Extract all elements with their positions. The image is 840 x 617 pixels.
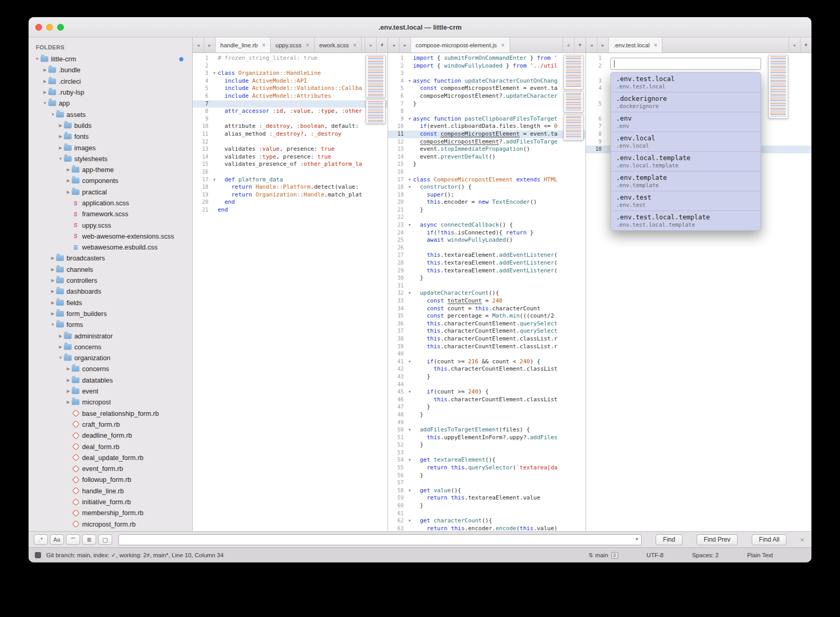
tree-item-app[interactable]: ▼app	[29, 98, 192, 109]
file-chooser-item[interactable]: .env.local.env.local	[611, 132, 761, 152]
minimap[interactable]	[768, 55, 788, 119]
tree-item-deadline_form.rb[interactable]: deadline_form.rb	[29, 430, 192, 441]
tree-item-assets[interactable]: ▼assets	[29, 109, 192, 120]
encoding-indicator[interactable]: UTF-8	[647, 552, 664, 558]
tree-item-app-theme[interactable]: ▶app-theme	[29, 164, 192, 175]
editor[interactable]: 12345678910 .env.test.local.env.test.loc…	[586, 53, 811, 531]
tree-item-channels[interactable]: ▶channels	[29, 264, 192, 275]
tree-item-event[interactable]: ▶event	[29, 386, 192, 397]
tree-item-concerns[interactable]: ▶concerns	[29, 342, 192, 352]
tree-item-application.scss[interactable]: application.scss	[29, 198, 192, 208]
in-selection-toggle[interactable]: ≣	[82, 534, 96, 545]
tree-item-images[interactable]: ▶images	[29, 142, 192, 153]
expand-icon[interactable]: ▶	[49, 256, 56, 260]
tree-item-uppy.scss[interactable]: uppy.scss	[29, 219, 192, 230]
minimap[interactable]	[564, 114, 583, 140]
minimap[interactable]	[366, 55, 385, 98]
close-tab-icon[interactable]: ×	[306, 42, 310, 49]
tree-item-membership_form.rb[interactable]: membership_form.rb	[29, 507, 192, 518]
tree-item-micropost_form.rb[interactable]: micropost_form.rb	[29, 518, 192, 529]
tree-item-practical[interactable]: ▶practical	[29, 187, 192, 198]
tree-item-deal_form.rb[interactable]: deal_form.rb	[29, 441, 192, 452]
tree-item-event_form.rb[interactable]: event_form.rb	[29, 463, 192, 474]
tree-item-webawesome.esbuild.css[interactable]: webawesome.esbuild.css	[29, 242, 192, 253]
expand-icon[interactable]: ▶	[49, 267, 56, 272]
git-branch-indicator[interactable]: ⇅ main 2	[588, 552, 618, 559]
tree-item-controllers[interactable]: ▶controllers	[29, 275, 192, 286]
titlebar[interactable]: .env.test.local — little-crm	[29, 17, 811, 37]
status-square-icon[interactable]	[35, 552, 41, 558]
tab-handle_line.rb[interactable]: handle_line.rb×	[216, 37, 271, 52]
expand-icon[interactable]: ▶	[49, 278, 56, 283]
expand-icon[interactable]: ▶	[57, 146, 64, 150]
new-tab-button[interactable]: +	[563, 37, 574, 52]
expand-icon[interactable]: ▶	[49, 289, 56, 294]
minimap[interactable]	[564, 91, 583, 112]
tree-item-.circleci[interactable]: ▶.circleci	[29, 76, 192, 87]
fold-icon[interactable]: ▼	[406, 176, 413, 184]
tree-item-handle_line.rb[interactable]: handle_line.rb	[29, 485, 192, 496]
fold-icon[interactable]: ▼	[211, 176, 218, 184]
tab-menu-button[interactable]: ▾	[376, 37, 388, 52]
tree-item-.bundle[interactable]: ▶.bundle	[29, 64, 192, 75]
fold-icon[interactable]: ▼	[406, 388, 413, 396]
close-tab-icon[interactable]: ×	[353, 42, 356, 49]
chevron-down-icon[interactable]: ▾	[636, 536, 638, 542]
close-tab-icon[interactable]: ×	[654, 42, 657, 49]
minimap[interactable]	[564, 55, 583, 89]
expand-icon[interactable]: ▶	[49, 311, 56, 316]
file-chooser-item[interactable]: .env.test.local.template.env.test.local.…	[611, 211, 761, 230]
tab-uppy.scss[interactable]: uppy.scss×	[271, 37, 314, 52]
fold-icon[interactable]: ▼	[406, 183, 413, 191]
tab-forward-button[interactable]: ▸	[204, 37, 216, 52]
tab-forward-button[interactable]: ▸	[399, 37, 411, 52]
file-chooser-item[interactable]: .env.template.env.template	[611, 172, 761, 191]
tab-.env.test.local[interactable]: .env.test.local×	[609, 37, 662, 52]
ignore-case-toggle[interactable]: Aa	[50, 534, 64, 545]
regex-toggle[interactable]: .*	[34, 534, 48, 545]
tree-item-.ruby-lsp[interactable]: ▶.ruby-lsp	[29, 87, 192, 98]
fold-icon[interactable]: ▼	[406, 115, 413, 123]
file-chooser-input[interactable]	[610, 58, 761, 70]
tree-item-concerns[interactable]: ▶concerns	[29, 363, 192, 374]
fold-icon[interactable]: ▼	[406, 456, 413, 464]
new-tab-button[interactable]: +	[365, 37, 376, 52]
fold-icon[interactable]: ▼	[406, 487, 413, 495]
tree-item-builds[interactable]: ▶builds	[29, 120, 192, 131]
minimap[interactable]	[366, 100, 385, 124]
fold-icon[interactable]: ▼	[406, 358, 413, 366]
tree-item-web-awesome-extensions.scss[interactable]: web-awesome-extensions.scss	[29, 231, 192, 242]
fold-icon[interactable]: ▼	[406, 77, 413, 85]
tree-item-components[interactable]: ▶components	[29, 175, 192, 186]
tab-menu-button[interactable]: ▾	[574, 37, 585, 52]
expand-icon[interactable]: ▶	[65, 389, 72, 393]
file-chooser-item[interactable]: .env.env	[611, 112, 761, 132]
fold-icon[interactable]: ▼	[211, 70, 218, 77]
tree-item-dashboards[interactable]: ▶dashboards	[29, 286, 192, 297]
wrap-around-toggle[interactable]: “”	[66, 534, 80, 545]
filetype-indicator[interactable]: Plain Text	[747, 552, 773, 558]
fold-icon[interactable]: ▼	[406, 221, 413, 229]
collapse-icon[interactable]: ▼	[34, 57, 41, 61]
expand-icon[interactable]: ▶	[42, 90, 48, 95]
find-prev-button[interactable]: Find Prev	[697, 534, 738, 545]
editor[interactable]: 1# frozen_string_literal: true23▼class O…	[193, 53, 388, 531]
collapse-icon[interactable]: ▼	[49, 112, 56, 117]
file-chooser-item[interactable]: .env.local.template.env.local.template	[611, 152, 761, 172]
tree-item-broadcasters[interactable]: ▶broadcasters	[29, 253, 192, 264]
tab-back-button[interactable]: ◂	[193, 37, 204, 52]
tab-back-button[interactable]: ◂	[388, 37, 399, 52]
tree-item-administrator[interactable]: ▶administrator	[29, 330, 192, 341]
tree-item-stylesheets[interactable]: ▼stylesheets	[29, 153, 192, 164]
tree-item-initiative_form.rb[interactable]: initiative_form.rb	[29, 496, 192, 507]
fold-icon[interactable]: ▼	[406, 290, 413, 297]
expand-icon[interactable]: ▶	[42, 79, 48, 84]
close-tab-icon[interactable]: ×	[262, 42, 265, 49]
find-button[interactable]: Find	[656, 534, 682, 545]
find-input[interactable]	[118, 534, 642, 545]
find-all-button[interactable]: Find All	[752, 534, 786, 545]
collapse-icon[interactable]: ▼	[42, 101, 48, 106]
file-chooser-item[interactable]: .env.test.env.test	[611, 191, 761, 211]
tree-item-forms[interactable]: ▼forms	[29, 319, 192, 330]
close-icon[interactable]: ×	[800, 536, 804, 544]
